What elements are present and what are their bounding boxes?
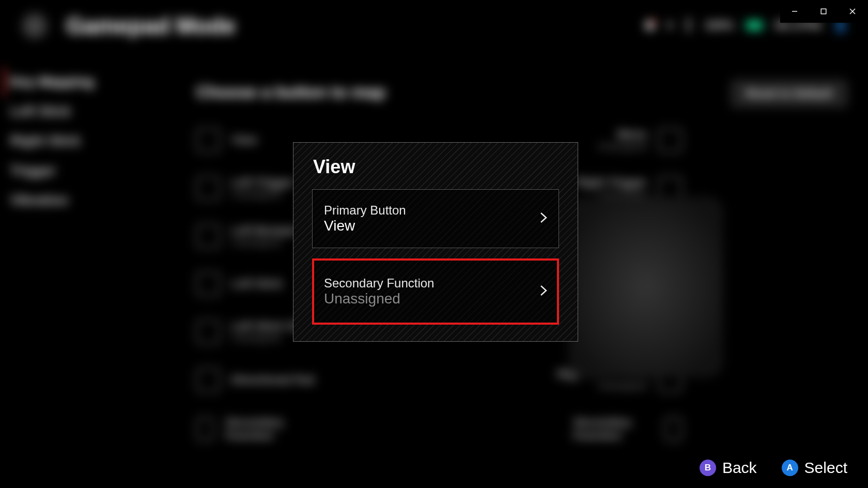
primary-button-option[interactable]: Primary Button View bbox=[312, 189, 559, 248]
mapping-icon bbox=[196, 272, 220, 296]
window-controls bbox=[780, 0, 868, 23]
mapping-label[interactable]: Left Bumper bbox=[231, 224, 299, 237]
secondary-function-label[interactable]: Secondary Function bbox=[225, 416, 284, 442]
back-hint[interactable]: B Back bbox=[700, 459, 757, 477]
window-minimize-button[interactable] bbox=[780, 0, 809, 23]
sidebar-item-keymapping[interactable]: Key Mapping bbox=[3, 67, 94, 97]
main-heading: Choose a button to map bbox=[196, 83, 682, 102]
mapping-label[interactable]: Menu bbox=[617, 128, 647, 141]
select-label: Select bbox=[804, 459, 847, 477]
page-title: Gamepad Mode bbox=[66, 13, 236, 39]
secondary-function-label[interactable]: Secondary Function bbox=[574, 416, 632, 442]
view-options-modal: View Primary Button View Secondary Funct… bbox=[293, 142, 578, 342]
notification-icon bbox=[645, 21, 655, 30]
gamepad-illustration bbox=[568, 196, 723, 377]
svg-rect-1 bbox=[821, 9, 826, 14]
sidebar-item-trigger[interactable]: Trigger bbox=[10, 156, 94, 186]
primary-button-value: View bbox=[324, 218, 406, 234]
mapping-icon bbox=[196, 128, 220, 152]
reset-to-default-button[interactable]: Reset to Default bbox=[731, 80, 847, 107]
b-button-icon: B bbox=[700, 460, 716, 476]
mapping-label[interactable]: Left Stick bbox=[231, 277, 283, 290]
mapping-label[interactable]: Left Trigger bbox=[231, 176, 294, 189]
app-logo-icon bbox=[21, 12, 49, 40]
mapping-icon bbox=[664, 417, 682, 441]
secondary-function-option[interactable]: Secondary Function Unassigned bbox=[312, 258, 559, 325]
bluetooth-icon: ┃ bbox=[685, 19, 692, 32]
sidebar: Key Mapping Left Stick Right Stick Trigg… bbox=[10, 67, 94, 215]
window-maximize-button[interactable] bbox=[809, 0, 838, 23]
sidebar-item-vibration[interactable]: Vibration bbox=[10, 186, 94, 215]
secondary-function-value: Unassigned bbox=[324, 291, 434, 307]
mapping-label[interactable]: View bbox=[231, 133, 257, 146]
primary-button-label: Primary Button bbox=[324, 203, 406, 218]
mapping-icon bbox=[196, 320, 220, 344]
back-label: Back bbox=[722, 459, 757, 477]
mapping-icon bbox=[196, 176, 220, 200]
footer-hints: B Back A Select bbox=[700, 459, 847, 477]
mapping-icon bbox=[196, 417, 214, 441]
modal-title: View bbox=[313, 156, 559, 178]
mapping-icon bbox=[196, 224, 220, 248]
mapping-label[interactable]: Right Trigger bbox=[576, 176, 647, 189]
mapping-icon bbox=[658, 128, 682, 152]
chevron-right-icon bbox=[540, 211, 547, 227]
a-button-icon: A bbox=[782, 460, 798, 476]
select-hint[interactable]: A Select bbox=[782, 459, 847, 477]
chevron-right-icon bbox=[540, 284, 547, 300]
battery-percent: 100% bbox=[704, 19, 733, 32]
sidebar-item-rightstick[interactable]: Right Stick bbox=[10, 126, 94, 156]
window-close-button[interactable] bbox=[838, 0, 867, 23]
wifi-icon: ▾ bbox=[667, 19, 673, 32]
mapping-label[interactable]: Directional Pad bbox=[231, 373, 314, 386]
sidebar-item-leftstick[interactable]: Left Stick bbox=[10, 97, 94, 126]
battery-icon bbox=[746, 21, 763, 30]
secondary-function-label: Secondary Function bbox=[324, 276, 434, 291]
mapping-icon bbox=[196, 368, 220, 392]
